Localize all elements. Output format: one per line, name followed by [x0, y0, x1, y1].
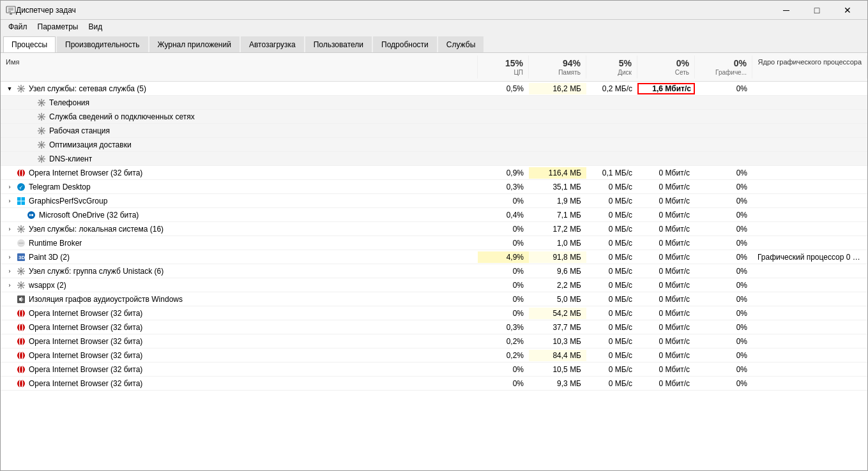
- main-content: Имя 15% ЦП 94% Память 5% Диск 0% Сеть 0%…: [1, 53, 867, 470]
- process-name: Служба сведений о подключенных сетях: [49, 112, 195, 121]
- header-gpu-engine[interactable]: Ядро графического процессора: [752, 56, 867, 78]
- svg-point-36: [17, 366, 25, 373]
- network-cell: [637, 144, 695, 146]
- gear-icon: [16, 84, 26, 94]
- table-row[interactable]: › Узел службы: локальная система (16)0%1…: [1, 222, 867, 236]
- process-name: Opera Internet Browser (32 бита): [29, 379, 142, 388]
- menu-file[interactable]: Файл: [3, 21, 33, 33]
- table-row[interactable]: ▼ Узел службы: сетевая служба (5)0,5%16,…: [1, 82, 867, 96]
- gear-icon: [36, 112, 47, 122]
- process-name-cell: Служба сведений о подключенных сетях: [1, 110, 478, 123]
- table-row[interactable]: DNS-клиент: [1, 152, 867, 166]
- expand-chevron[interactable]: ›: [6, 282, 13, 288]
- disk-cell: 0 МБ/с: [586, 364, 637, 375]
- expand-chevron[interactable]: ▼: [6, 86, 13, 92]
- process-name-cell: Microsoft OneDrive (32 бита): [1, 209, 478, 221]
- table-row[interactable]: Runtime Broker0%1,0 МБ0 МБ/с0 Мбит/с0%: [1, 236, 867, 250]
- disk-cell: 0,2 МБ/с: [586, 83, 637, 94]
- opera-icon: [16, 378, 26, 389]
- header-name[interactable]: Имя: [1, 56, 478, 78]
- maximize-button[interactable]: □: [802, 1, 832, 20]
- cpu-cell: [478, 116, 529, 118]
- table-row[interactable]: Служба сведений о подключенных сетях: [1, 110, 867, 124]
- gpu-cell: 0%: [695, 265, 752, 277]
- table-row[interactable]: Оптимизация доставки: [1, 138, 867, 152]
- table-row[interactable]: › 3D Paint 3D (2)4,9%91,8 МБ0 МБ/с0 Мбит…: [1, 250, 867, 264]
- table-row[interactable]: Opera Internet Browser (32 бита)0,2%10,3…: [1, 334, 867, 348]
- table-row[interactable]: Microsoft OneDrive (32 бита)0,4%7,1 МБ0 …: [1, 208, 867, 222]
- memory-cell: 84,4 МБ: [529, 350, 586, 361]
- svg-rect-18: [22, 201, 26, 205]
- process-name: DNS-клиент: [49, 154, 92, 163]
- cpu-cell: 0%: [478, 195, 529, 207]
- memory-cell: [529, 130, 586, 132]
- network-cell: 0 Мбит/с: [637, 280, 695, 291]
- header-cpu[interactable]: 15% ЦП: [478, 56, 529, 78]
- memory-cell: [529, 158, 586, 160]
- expand-chevron[interactable]: ›: [6, 184, 13, 190]
- tab-performance[interactable]: Производительность: [57, 36, 148, 52]
- header-disk[interactable]: 5% Диск: [586, 56, 637, 78]
- tab-users[interactable]: Пользователи: [305, 36, 372, 52]
- table-row[interactable]: Opera Internet Browser (32 бита)0%54,2 М…: [1, 306, 867, 320]
- cpu-cell: 0%: [478, 294, 529, 305]
- header-network[interactable]: 0% Сеть: [637, 56, 695, 78]
- network-cell: 0 Мбит/с: [637, 251, 695, 263]
- table-row[interactable]: Изоляция графов аудиоустройств Windows0%…: [1, 292, 867, 306]
- svg-point-38: [17, 380, 25, 387]
- gpu-cell: 0%: [695, 378, 752, 389]
- gpu-engine-cell: [752, 186, 867, 188]
- svg-rect-16: [22, 197, 26, 201]
- network-cell: [637, 158, 695, 160]
- table-row[interactable]: › Узел служб: группа служб Unistack (6)0…: [1, 264, 867, 278]
- gpu-cell: 0%: [695, 83, 752, 94]
- expand-chevron[interactable]: ›: [6, 198, 13, 204]
- paint-icon: 3D: [16, 252, 26, 262]
- menu-params[interactable]: Параметры: [33, 21, 84, 33]
- process-name: Opera Internet Browser (32 бита): [29, 351, 142, 360]
- table-row[interactable]: › GraphicsPerfSvcGroup0%1,9 МБ0 МБ/с0 Мб…: [1, 194, 867, 208]
- process-name: Opera Internet Browser (32 бита): [29, 337, 142, 346]
- memory-cell: 7,1 МБ: [529, 209, 586, 221]
- minimize-button[interactable]: ─: [772, 1, 801, 20]
- memory-cell: 5,0 МБ: [529, 294, 586, 305]
- process-name-cell: ▼ Узел службы: сетевая служба (5): [1, 82, 478, 95]
- table-row[interactable]: Opera Internet Browser (32 бита)0%10,5 М…: [1, 363, 867, 377]
- cpu-cell: 0,2%: [478, 350, 529, 361]
- tab-app-history[interactable]: Журнал приложений: [149, 36, 240, 52]
- gpu-cell: 0%: [695, 237, 752, 249]
- close-button[interactable]: ✕: [833, 1, 862, 20]
- gear-icon: [36, 126, 47, 136]
- menu-view[interactable]: Вид: [83, 21, 107, 33]
- disk-cell: 0 МБ/с: [586, 251, 637, 263]
- table-row[interactable]: Opera Internet Browser (32 бита)0,3%37,7…: [1, 320, 867, 334]
- table-row[interactable]: Телефония: [1, 96, 867, 110]
- gpu-cell: [695, 116, 752, 118]
- disk-cell: 0 МБ/с: [586, 336, 637, 347]
- tab-services[interactable]: Службы: [438, 36, 483, 52]
- tab-startup[interactable]: Автозагрузка: [241, 36, 304, 52]
- table-row[interactable]: Opera Internet Browser (32 бита)0%9,3 МБ…: [1, 377, 867, 391]
- expand-chevron[interactable]: ›: [6, 268, 13, 274]
- memory-cell: [529, 101, 586, 104]
- telegram-icon: [16, 182, 26, 192]
- process-name: Opera Internet Browser (32 бита): [29, 323, 142, 332]
- table-row[interactable]: Рабочая станция: [1, 124, 867, 138]
- tab-processes[interactable]: Процессы: [3, 36, 56, 52]
- gpu-engine-cell: [752, 228, 867, 230]
- app-icon: [6, 5, 16, 15]
- tab-details[interactable]: Подробности: [373, 36, 437, 52]
- network-cell: [637, 130, 695, 132]
- table-row[interactable]: Opera Internet Browser (32 бита)0,9%116,…: [1, 166, 867, 180]
- header-memory[interactable]: 94% Память: [529, 56, 586, 78]
- table-row[interactable]: › wsappx (2)0%2,2 МБ0 МБ/с0 Мбит/с0%: [1, 278, 867, 292]
- header-gpu[interactable]: 0% Графиче...: [695, 56, 752, 78]
- disk-cell: [586, 144, 637, 146]
- table-row[interactable]: Opera Internet Browser (32 бита)0,2%84,4…: [1, 348, 867, 363]
- expand-chevron[interactable]: ›: [6, 226, 13, 232]
- table-row[interactable]: › Telegram Desktop0,3%35,1 МБ0 МБ/с0 Мби…: [1, 180, 867, 194]
- cpu-cell: 0%: [478, 265, 529, 277]
- memory-cell: 10,5 МБ: [529, 364, 586, 375]
- expand-chevron[interactable]: ›: [6, 254, 13, 260]
- gpu-cell: [695, 144, 752, 146]
